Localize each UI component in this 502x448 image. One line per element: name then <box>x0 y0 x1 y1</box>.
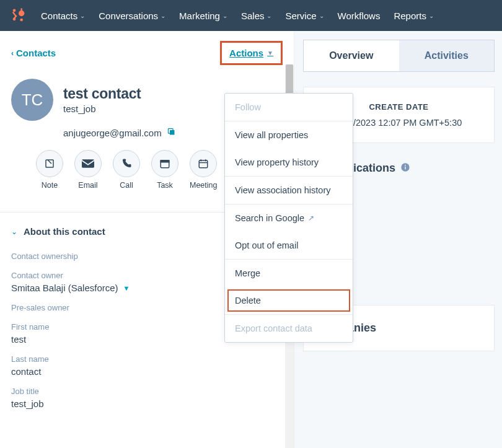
svg-point-2 <box>13 9 16 12</box>
caret-down-icon: ▼ <box>267 50 273 56</box>
chevron-down-icon: ⌄ <box>80 12 85 19</box>
nav-workflows[interactable]: Workflows <box>338 11 381 21</box>
svg-point-1 <box>20 19 23 22</box>
task-button[interactable]: Task <box>151 150 178 190</box>
contact-name: test contact <box>63 86 141 102</box>
svg-rect-10 <box>82 159 94 167</box>
info-icon[interactable] <box>400 162 410 175</box>
actions-dropdown: Follow View all properties View property… <box>224 93 353 343</box>
svg-point-0 <box>19 11 24 16</box>
svg-rect-4 <box>21 8 22 11</box>
nav-contacts[interactable]: Contacts⌄ <box>41 11 85 21</box>
dd-follow: Follow <box>225 94 353 121</box>
jobtitle-value[interactable]: test_job <box>0 396 294 409</box>
jobtitle-label: Job title <box>0 377 294 396</box>
nav-reports[interactable]: Reports⌄ <box>394 11 434 21</box>
lastname-value[interactable]: contact <box>0 364 294 377</box>
caret-down-icon: ▼ <box>123 284 130 292</box>
avatar: TC <box>11 79 53 121</box>
contact-email: anjugeorge@gmail.com <box>63 128 162 138</box>
tab-overview[interactable]: Overview <box>304 40 399 71</box>
nav-conversations[interactable]: Conversations⌄ <box>99 11 165 21</box>
email-button[interactable]: Email <box>74 150 102 190</box>
chevron-down-icon: ⌄ <box>161 12 165 19</box>
chevron-down-icon: ⌄ <box>11 227 17 236</box>
actions-button[interactable]: Actions ▼ <box>220 41 283 65</box>
svg-rect-13 <box>199 160 208 168</box>
copy-icon[interactable] <box>167 127 176 139</box>
dd-view-property-history[interactable]: View property history <box>225 149 353 176</box>
dd-opt-out-email[interactable]: Opt out of email <box>225 232 353 259</box>
lastname-label: Last name <box>0 345 294 364</box>
dd-merge[interactable]: Merge <box>225 260 353 287</box>
left-panel: ‹ Contacts Actions ▼ TC test contact tes… <box>0 31 294 448</box>
tab-activities[interactable]: Activities <box>399 40 495 71</box>
contact-job: test_job <box>63 103 141 114</box>
svg-rect-7 <box>170 130 175 135</box>
dd-delete[interactable]: Delete <box>225 287 353 314</box>
chevron-down-icon: ⌄ <box>222 12 227 19</box>
svg-rect-12 <box>161 160 169 162</box>
nav-marketing[interactable]: Marketing⌄ <box>179 11 227 21</box>
nav-sales[interactable]: Sales⌄ <box>241 11 272 21</box>
top-nav: Contacts⌄ Conversations⌄ Marketing⌄ Sale… <box>0 0 502 31</box>
call-button[interactable]: Call <box>113 150 140 190</box>
nav-service[interactable]: Service⌄ <box>285 11 324 21</box>
hubspot-logo[interactable] <box>10 7 27 24</box>
dd-export-contact-data: Export contact data <box>225 315 353 342</box>
back-to-contacts[interactable]: ‹ Contacts <box>11 48 56 58</box>
dd-view-association-history[interactable]: View association history <box>225 177 353 204</box>
chevron-down-icon: ⌄ <box>429 12 434 19</box>
meeting-button[interactable]: Meeting <box>190 150 217 190</box>
note-button[interactable]: Note <box>36 150 63 190</box>
chevron-left-icon: ‹ <box>11 49 14 58</box>
chevron-down-icon: ⌄ <box>319 12 324 19</box>
svg-point-16 <box>405 164 406 165</box>
svg-rect-9 <box>46 160 53 167</box>
dd-view-all-properties[interactable]: View all properties <box>225 121 353 149</box>
external-link-icon: ↗ <box>308 214 314 222</box>
chevron-down-icon: ⌄ <box>266 12 271 19</box>
dd-search-google[interactable]: Search in Google↗ <box>225 204 353 232</box>
svg-rect-15 <box>405 166 405 169</box>
tabs: Overview Activities <box>303 40 495 72</box>
